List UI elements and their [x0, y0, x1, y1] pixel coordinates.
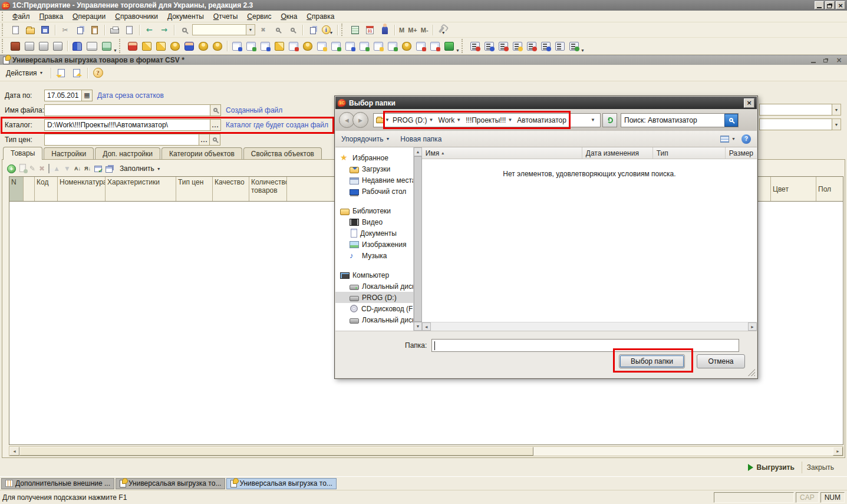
save-settings-button[interactable]: [55, 67, 68, 80]
payment-in-icon[interactable]: [170, 42, 180, 51]
child-restore-button[interactable]: [821, 56, 831, 65]
toolbar-grip-2[interactable]: [341, 24, 345, 36]
info-button[interactable]: i▼: [321, 24, 334, 37]
reglament-doc-icon[interactable]: [345, 42, 355, 51]
cut-button[interactable]: ✂: [58, 24, 72, 37]
buyer-order-icon[interactable]: [128, 42, 137, 51]
fiscal-printer-icon[interactable]: [39, 42, 48, 51]
list-scroll-left-button[interactable]: ◄: [422, 322, 431, 331]
toolbar-search-input[interactable]: [192, 24, 246, 35]
service-settings-button[interactable]: ▼: [436, 24, 450, 37]
hscroll-left-button[interactable]: ◄: [9, 447, 19, 456]
menubar-grip[interactable]: [2, 12, 6, 21]
edit-row-button[interactable]: ✎: [29, 164, 35, 173]
pricetype-input[interactable]: [44, 134, 199, 146]
nav-scroll-up-button[interactable]: ▲: [414, 147, 422, 156]
dialog-close-button[interactable]: ×: [744, 98, 754, 108]
fill-menu-button[interactable]: Заполнить▼: [120, 164, 161, 173]
report-check-icon[interactable]: [569, 42, 579, 51]
col-date-modified[interactable]: Дата изменения: [582, 147, 653, 159]
incoming-doc-icon[interactable]: [246, 42, 256, 51]
dialog-search-value[interactable]: Поиск: Автоматизатор: [621, 116, 724, 124]
col-type[interactable]: Тип: [653, 147, 726, 159]
tab-settings[interactable]: Настройки: [44, 147, 94, 160]
report-plus-icon[interactable]: [360, 42, 369, 51]
col-pricetype[interactable]: Тип цен: [176, 177, 213, 201]
cancel-doc-icon[interactable]: [416, 42, 426, 51]
supplier-order-icon[interactable]: [184, 42, 194, 51]
taskbar-tab-export-2[interactable]: Универсальая выгрузка то...: [226, 478, 336, 489]
change-view-button[interactable]: ▼: [720, 136, 736, 143]
print-preview-button[interactable]: [123, 24, 136, 37]
inventory-icon[interactable]: [331, 42, 341, 51]
commands-grip-2[interactable]: [119, 39, 123, 53]
prices-icon[interactable]: [303, 42, 312, 51]
nav-scroll-thumb[interactable]: [414, 156, 422, 322]
pricetype-browse-button[interactable]: ...: [199, 134, 210, 146]
goods-receipt-icon[interactable]: [156, 42, 166, 51]
add-row-button[interactable]: +: [7, 164, 16, 173]
marked-doc-icon[interactable]: [430, 42, 440, 51]
new-document-button[interactable]: [9, 24, 22, 37]
child-minimize-button[interactable]: [808, 56, 818, 65]
outgoing-doc-icon[interactable]: [261, 42, 270, 51]
clear-search-button[interactable]: ✖: [256, 24, 270, 37]
col-marker[interactable]: [24, 177, 35, 201]
window-copies-button[interactable]: [306, 24, 319, 37]
date-calendar-button[interactable]: ▦: [82, 90, 93, 101]
tab-object-categories[interactable]: Категории объектов: [162, 147, 242, 160]
col-quantity[interactable]: Количество товаров: [249, 177, 287, 201]
col-code[interactable]: Код: [35, 177, 58, 201]
minimize-button[interactable]: [815, 1, 824, 9]
nav-favorites[interactable]: ★Избранное: [335, 152, 413, 163]
nav-computer[interactable]: Компьютер: [335, 269, 413, 281]
report-user-red-icon[interactable]: [470, 42, 480, 51]
breadcrumb-drive[interactable]: PROG (D:)▼: [391, 116, 436, 124]
col-nomenclature[interactable]: Номенклатура: [58, 177, 106, 201]
nav-recent-places[interactable]: Недавние места: [335, 174, 413, 186]
col-name[interactable]: Имя▴: [422, 147, 582, 159]
memory-mplus-button[interactable]: M+: [407, 27, 418, 34]
price-setting-icon[interactable]: [317, 42, 327, 51]
col-characteristics[interactable]: Характеристики: [106, 177, 176, 201]
filename-input[interactable]: [44, 104, 210, 116]
money-report-icon[interactable]: [402, 42, 411, 51]
scale-device-icon[interactable]: [53, 42, 62, 51]
sort-desc-button[interactable]: Я↓: [84, 166, 91, 172]
retail-sale-icon[interactable]: [275, 42, 284, 51]
memory-mminus-button[interactable]: M-: [420, 27, 430, 34]
menu-operations[interactable]: Операции: [68, 11, 110, 22]
report-user-blue-icon[interactable]: [485, 42, 494, 51]
menu-windows[interactable]: Окна: [276, 11, 302, 22]
child-close-button[interactable]: ×: [834, 56, 844, 65]
catalog-input[interactable]: [44, 119, 210, 131]
cash-register-icon[interactable]: [25, 42, 34, 51]
nav-pictures[interactable]: Изображения: [335, 239, 413, 250]
user-settings-button[interactable]: [378, 24, 391, 37]
close-form-button[interactable]: Закрыть: [802, 462, 839, 473]
cash-flow-icon[interactable]: [213, 42, 222, 51]
nav-music[interactable]: ♪Музыка: [335, 250, 413, 261]
close-button[interactable]: ×: [836, 1, 845, 9]
menu-edit[interactable]: Правка: [35, 11, 68, 22]
nav-desktop[interactable]: Рабочий стол: [335, 186, 413, 197]
menu-file[interactable]: Файл: [8, 11, 35, 22]
right-combo-2-input[interactable]: [759, 118, 832, 130]
cancel-button[interactable]: Отмена: [697, 354, 745, 368]
resize-grip[interactable]: [748, 369, 755, 376]
refresh-button[interactable]: [602, 113, 617, 127]
report-minus-icon[interactable]: [374, 42, 383, 51]
folder-name-input[interactable]: [431, 339, 739, 352]
right-combo-2-dropdown[interactable]: ▼: [832, 118, 841, 130]
move-up-button[interactable]: ▲: [53, 164, 60, 173]
new-folder-button[interactable]: Новая папка: [400, 135, 441, 143]
menu-documents[interactable]: Документы: [163, 11, 209, 22]
report-flag-icon[interactable]: [499, 42, 508, 51]
right-combo-1-dropdown[interactable]: ▼: [832, 104, 841, 116]
menu-reports[interactable]: Отчеты: [209, 11, 243, 22]
list-scroll-right-button[interactable]: ►: [748, 322, 757, 331]
payment-out-icon[interactable]: [199, 42, 208, 51]
tab-goods[interactable]: Товары: [3, 147, 42, 160]
data-exchange-icon[interactable]: [444, 42, 454, 51]
restore-settings-button[interactable]: [70, 67, 84, 80]
